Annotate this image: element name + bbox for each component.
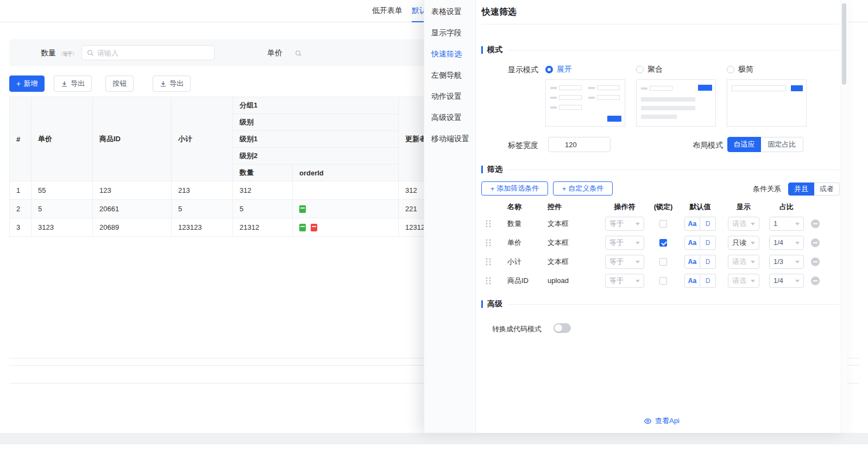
ratio-select[interactable]: 1/3 [769,255,804,269]
filter-condition-row: 小计 文本框 等于 AaD 请选 1/3 [480,252,823,271]
download-icon [61,80,68,87]
chevron-down-icon [751,223,755,228]
radio-icon [727,66,734,73]
drag-handle[interactable] [480,257,496,266]
default-dynamic-button[interactable]: D [700,236,716,250]
radio-minimal[interactable]: 极简 [727,64,807,75]
ratio-select[interactable]: 1 [769,217,804,231]
chevron-down-icon [636,242,640,247]
tab-low-code-form[interactable]: 低开表单 [372,0,402,22]
label-width-input[interactable] [548,137,611,152]
quick-filter-panel: 快速筛选 模式 显示模式 展开 [476,0,847,433]
nav-item-action-settings[interactable]: 动作设置 [424,86,475,107]
operator-select[interactable]: 等于 [605,236,644,250]
col-header-level: 级别 [233,114,399,131]
operator-select[interactable]: 等于 [605,255,644,269]
delete-icon[interactable] [811,276,820,285]
col-header-price: 单价 [32,97,93,181]
default-text-button[interactable]: Aa [684,255,700,269]
col-header-level1: 级别1 [233,131,399,148]
delete-icon[interactable] [811,257,820,266]
condition-name: 小计 [496,257,540,267]
default-text-button[interactable]: Aa [684,217,700,231]
col-header-index: # [10,97,32,181]
drawer-scrollbar[interactable] [841,0,847,433]
layout-fixed-ratio-button[interactable]: 固定占比 [761,137,803,152]
condition-control: upload [540,276,601,285]
nav-item-table-settings[interactable]: 表格设置 [424,1,475,22]
relation-segment: 并且 或者 [788,183,840,196]
display-select[interactable]: 请选 [728,217,759,231]
label-width-value[interactable] [549,137,611,152]
nav-item-mobile-settings[interactable]: 移动端设置 [424,128,475,149]
export-button-2[interactable]: 导出 [153,76,191,92]
plus-icon: + [490,185,495,193]
scrollbar-thumb[interactable] [842,3,846,85]
ratio-select[interactable]: 1/4 [769,274,804,288]
nav-item-left-nav[interactable]: 左侧导航 [424,65,475,86]
code-mode-toggle[interactable] [553,323,571,333]
drag-handle[interactable] [480,276,496,285]
header-control: 控件 [540,202,601,212]
default-dynamic-button[interactable]: D [700,217,716,231]
attachment-icon-green [299,205,306,213]
drag-handle[interactable] [480,238,496,247]
lock-checkbox[interactable] [659,277,667,285]
default-value-group: AaD [684,217,716,231]
export-button[interactable]: 导出 [54,76,92,92]
col-header-product-id: 商品ID [93,97,172,181]
ratio-select[interactable]: 1/4 [769,236,804,250]
display-select[interactable]: 只读 [728,236,759,250]
radio-expand[interactable]: 展开 [545,64,625,75]
relation-and-button[interactable]: 并且 [788,183,814,196]
generic-button[interactable]: 按钮 [105,76,134,92]
code-mode-label: 转换成代码模式 [492,324,542,334]
eye-icon [644,417,652,425]
qty-filter-input[interactable] [81,45,215,60]
display-select[interactable]: 请选 [728,274,759,288]
default-dynamic-button[interactable]: D [700,255,716,269]
default-dynamic-button[interactable]: D [700,274,716,288]
lock-checkbox[interactable] [659,258,667,266]
add-filter-condition-button[interactable]: + 添加筛选条件 [481,181,548,196]
preview-expand-thumbnail[interactable] [545,79,625,127]
add-button[interactable]: + 新增 [9,76,45,92]
qty-filter-label: 数量 [41,48,56,58]
display-mode-label: 显示模式 [476,65,538,75]
default-value-group: AaD [684,255,716,269]
filter-condition-row: 单价 文本框 等于 AaD 只读 1/4 [480,233,823,252]
default-text-button[interactable]: Aa [684,236,700,250]
section-advanced: 高级 [481,299,839,309]
col-header-qty: 数量 [233,165,293,181]
nav-item-quick-filter[interactable]: 快速筛选 [424,43,475,65]
price-search-icon[interactable] [295,49,302,59]
condition-name: 单价 [496,238,540,248]
lock-checkbox[interactable] [659,220,667,228]
col-header-order-id: orderId [293,165,399,181]
condition-control: 文本框 [540,219,601,229]
drag-handle[interactable] [480,219,496,228]
operator-select[interactable]: 等于 [605,274,644,288]
nav-item-advanced-settings[interactable]: 高级设置 [424,107,475,128]
display-select[interactable]: 请选 [728,255,759,269]
lock-checkbox[interactable] [659,239,667,247]
radio-aggregate[interactable]: 聚合 [636,64,716,75]
filter-table-header: 名称 控件 操作符 (锁定) 默认值 显示 占比 [480,200,823,214]
operator-select[interactable]: 等于 [605,217,644,231]
preview-minimal-thumbnail[interactable] [727,79,807,127]
attachment-icon-red [311,224,317,231]
delete-icon[interactable] [811,238,820,247]
section-rule [507,304,839,305]
download-icon [160,80,167,87]
view-api-link[interactable]: 查看Api [476,416,847,426]
qty-filter-text-field[interactable] [97,49,209,57]
layout-adaptive-button[interactable]: 自适应 [727,137,761,152]
default-text-button[interactable]: Aa [684,274,700,288]
nav-item-display-fields[interactable]: 显示字段 [424,22,475,43]
delete-icon[interactable] [811,219,820,228]
relation-or-button[interactable]: 或者 [814,183,840,196]
plus-icon: + [562,185,567,193]
preview-aggregate-thumbnail[interactable] [636,79,716,127]
custom-condition-button[interactable]: + 自定义条件 [553,181,613,196]
chevron-down-icon [795,242,800,247]
